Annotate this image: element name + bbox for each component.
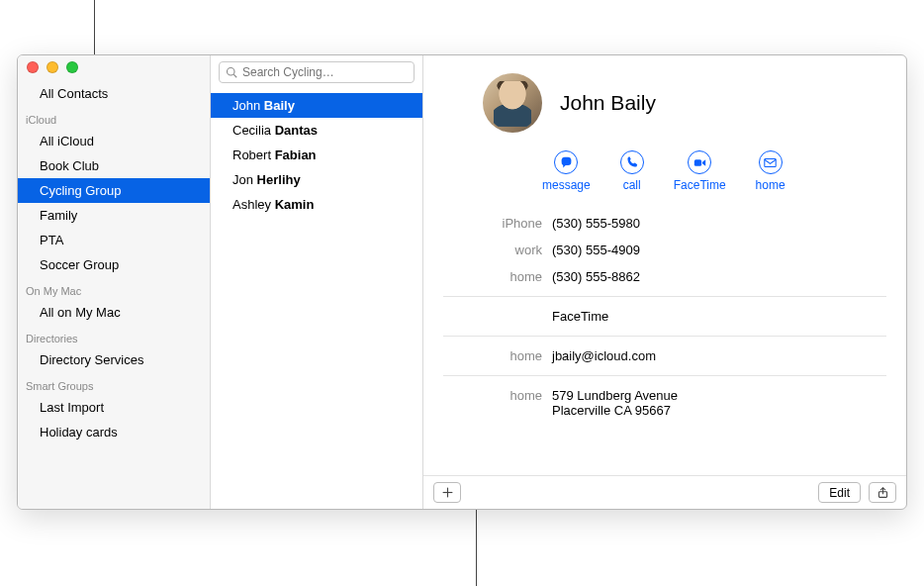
action-message[interactable]: message [542,150,591,192]
mail-icon [759,150,783,174]
svg-rect-3 [765,158,776,166]
edit-button[interactable]: Edit [818,482,861,503]
sidebar-item[interactable]: PTA [18,228,210,252]
minimize-button[interactable] [46,61,58,73]
maximize-button[interactable] [66,61,78,73]
address-line2: Placerville CA 95667 [552,403,886,418]
field-label: home [443,388,552,418]
contact-first-name: Robert [232,147,271,162]
contact-last-name: Herlihy [257,172,301,187]
list-item[interactable]: John Baily [211,93,422,118]
list-item[interactable]: Ashley Kamin [211,192,422,217]
address-line1: 579 Lundberg Avenue [552,388,886,403]
list-item[interactable]: Robert Fabian [211,143,422,167]
sidebar-heading: On My Mac [18,277,210,300]
field-value[interactable]: (530) 555-8862 [552,269,886,284]
sidebar-heading: Directories [18,325,210,347]
field-value[interactable]: FaceTime [552,309,886,324]
action-home[interactable]: home [756,150,785,192]
sidebar-item[interactable]: Soccer Group [18,252,210,277]
separator [443,336,886,337]
contact-last-name: Fabian [275,147,317,162]
sidebar-item[interactable]: Cycling Group [18,178,210,203]
callout-line-top [94,0,95,54]
address-row: home579 Lundberg AvenuePlacerville CA 95… [443,382,886,424]
contacts-window: All Contacts iCloudAll iCloudBook ClubCy… [17,54,907,510]
contact-first-name: Ashley [232,197,271,212]
list-item[interactable]: Cecilia Dantas [211,118,422,143]
contact-detail-pane: John Baily messagecallFaceTimehome iPhon… [423,55,906,509]
action-label: call [623,178,641,192]
field-label: iPhone [443,216,552,231]
search-icon [226,66,237,78]
field-label: home [443,348,552,363]
phone-row: home(530) 555-8862 [443,263,886,290]
contact-first-name: John [232,98,260,113]
sidebar-item[interactable]: Family [18,203,210,228]
message-icon [554,150,578,174]
action-FaceTime[interactable]: FaceTime [674,150,726,192]
sidebar-item-all-contacts[interactable]: All Contacts [18,81,210,106]
contact-name: John Baily [560,91,656,115]
search-field[interactable] [219,61,415,83]
action-label: FaceTime [674,178,726,192]
svg-line-1 [233,74,236,77]
phone-row: iPhone(530) 555-5980 [443,210,886,237]
contact-actions: messagecallFaceTimehome [443,150,886,192]
detail-footer: Edit [423,475,906,509]
sidebar-item[interactable]: Last Import [18,395,210,420]
field-label: home [443,269,552,284]
close-button[interactable] [27,61,39,73]
contact-last-name: Kamin [275,197,315,212]
contact-first-name: Cecilia [232,123,271,138]
contact-first-name: Jon [232,172,253,187]
facetime-icon [688,150,711,174]
svg-rect-2 [693,159,700,166]
share-button[interactable] [869,482,896,503]
separator [443,375,886,376]
contact-last-name: Dantas [275,123,318,138]
field-value[interactable]: 579 Lundberg AvenuePlacerville CA 95667 [552,388,886,418]
plus-icon [441,486,454,499]
email-row: homejbaily@icloud.com [443,342,886,369]
field-value[interactable]: (530) 555-5980 [552,216,886,231]
action-label: home [756,178,785,192]
field-value[interactable]: jbaily@icloud.com [552,348,886,363]
separator [443,296,886,297]
contacts-list-column: John BailyCecilia DantasRobert FabianJon… [211,55,423,509]
call-icon [620,150,644,174]
facetime-row: FaceTime [443,303,886,330]
phone-row: work(530) 555-4909 [443,237,886,263]
field-value[interactable]: (530) 555-4909 [552,243,886,257]
contacts-list: John BailyCecilia DantasRobert FabianJon… [211,91,422,509]
action-call[interactable]: call [620,150,644,192]
sidebar-item[interactable]: All iCloud [18,129,210,153]
list-item[interactable]: Jon Herlihy [211,167,422,192]
groups-sidebar: All Contacts iCloudAll iCloudBook ClubCy… [18,55,211,509]
sidebar-item[interactable]: Book Club [18,153,210,178]
add-button[interactable] [433,482,461,503]
contact-last-name: Baily [264,98,295,113]
sidebar-item[interactable]: Directory Services [18,347,210,372]
sidebar-item[interactable]: All on My Mac [18,300,210,325]
sidebar-item[interactable]: Holiday cards [18,420,210,444]
callout-line-bottom [476,509,477,586]
field-label [443,309,552,324]
action-label: message [542,178,591,192]
field-label: work [443,243,552,257]
svg-point-0 [228,68,235,76]
search-input[interactable] [242,65,408,79]
share-icon [877,486,889,499]
window-traffic-lights [27,61,78,73]
avatar[interactable] [483,73,542,133]
sidebar-heading: iCloud [18,106,210,129]
sidebar-heading: Smart Groups [18,372,210,395]
